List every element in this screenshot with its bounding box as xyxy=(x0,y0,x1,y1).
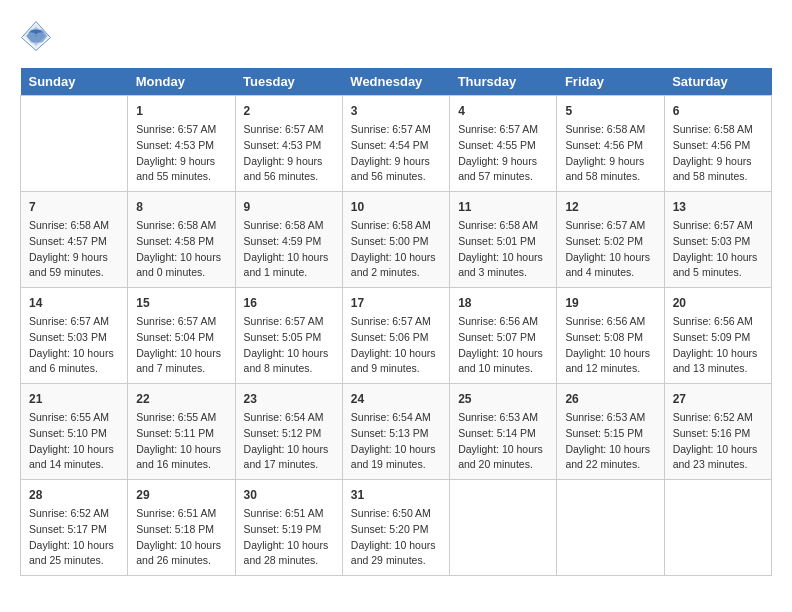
day-info: Sunrise: 6:55 AMSunset: 5:11 PMDaylight:… xyxy=(136,410,226,473)
calendar-cell: 16Sunrise: 6:57 AMSunset: 5:05 PMDayligh… xyxy=(235,288,342,384)
calendar-cell: 25Sunrise: 6:53 AMSunset: 5:14 PMDayligh… xyxy=(450,384,557,480)
calendar-cell: 22Sunrise: 6:55 AMSunset: 5:11 PMDayligh… xyxy=(128,384,235,480)
calendar-cell: 23Sunrise: 6:54 AMSunset: 5:12 PMDayligh… xyxy=(235,384,342,480)
column-header-monday: Monday xyxy=(128,68,235,96)
day-number: 3 xyxy=(351,102,441,120)
day-number: 10 xyxy=(351,198,441,216)
column-header-tuesday: Tuesday xyxy=(235,68,342,96)
day-number: 29 xyxy=(136,486,226,504)
day-number: 12 xyxy=(565,198,655,216)
calendar-cell: 20Sunrise: 6:56 AMSunset: 5:09 PMDayligh… xyxy=(664,288,771,384)
day-number: 8 xyxy=(136,198,226,216)
page-header xyxy=(20,20,772,52)
calendar-cell: 8Sunrise: 6:58 AMSunset: 4:58 PMDaylight… xyxy=(128,192,235,288)
day-number: 15 xyxy=(136,294,226,312)
day-number: 21 xyxy=(29,390,119,408)
column-header-friday: Friday xyxy=(557,68,664,96)
column-header-thursday: Thursday xyxy=(450,68,557,96)
day-number: 7 xyxy=(29,198,119,216)
day-info: Sunrise: 6:58 AMSunset: 4:56 PMDaylight:… xyxy=(673,122,763,185)
day-number: 16 xyxy=(244,294,334,312)
day-info: Sunrise: 6:53 AMSunset: 5:15 PMDaylight:… xyxy=(565,410,655,473)
calendar-cell: 4Sunrise: 6:57 AMSunset: 4:55 PMDaylight… xyxy=(450,96,557,192)
calendar-cell: 26Sunrise: 6:53 AMSunset: 5:15 PMDayligh… xyxy=(557,384,664,480)
day-info: Sunrise: 6:52 AMSunset: 5:16 PMDaylight:… xyxy=(673,410,763,473)
calendar-cell: 21Sunrise: 6:55 AMSunset: 5:10 PMDayligh… xyxy=(21,384,128,480)
day-info: Sunrise: 6:50 AMSunset: 5:20 PMDaylight:… xyxy=(351,506,441,569)
day-info: Sunrise: 6:57 AMSunset: 5:03 PMDaylight:… xyxy=(673,218,763,281)
calendar-cell: 12Sunrise: 6:57 AMSunset: 5:02 PMDayligh… xyxy=(557,192,664,288)
day-info: Sunrise: 6:56 AMSunset: 5:07 PMDaylight:… xyxy=(458,314,548,377)
day-number: 23 xyxy=(244,390,334,408)
calendar-table: SundayMondayTuesdayWednesdayThursdayFrid… xyxy=(20,68,772,576)
calendar-cell: 11Sunrise: 6:58 AMSunset: 5:01 PMDayligh… xyxy=(450,192,557,288)
day-info: Sunrise: 6:57 AMSunset: 5:02 PMDaylight:… xyxy=(565,218,655,281)
day-number: 11 xyxy=(458,198,548,216)
day-number: 22 xyxy=(136,390,226,408)
day-number: 4 xyxy=(458,102,548,120)
column-header-sunday: Sunday xyxy=(21,68,128,96)
day-info: Sunrise: 6:58 AMSunset: 4:58 PMDaylight:… xyxy=(136,218,226,281)
calendar-cell: 30Sunrise: 6:51 AMSunset: 5:19 PMDayligh… xyxy=(235,480,342,576)
calendar-header: SundayMondayTuesdayWednesdayThursdayFrid… xyxy=(21,68,772,96)
week-row-3: 14Sunrise: 6:57 AMSunset: 5:03 PMDayligh… xyxy=(21,288,772,384)
day-info: Sunrise: 6:57 AMSunset: 5:05 PMDaylight:… xyxy=(244,314,334,377)
day-info: Sunrise: 6:56 AMSunset: 5:09 PMDaylight:… xyxy=(673,314,763,377)
day-info: Sunrise: 6:51 AMSunset: 5:18 PMDaylight:… xyxy=(136,506,226,569)
day-number: 18 xyxy=(458,294,548,312)
day-info: Sunrise: 6:56 AMSunset: 5:08 PMDaylight:… xyxy=(565,314,655,377)
day-number: 13 xyxy=(673,198,763,216)
day-number: 27 xyxy=(673,390,763,408)
day-info: Sunrise: 6:54 AMSunset: 5:12 PMDaylight:… xyxy=(244,410,334,473)
calendar-cell: 10Sunrise: 6:58 AMSunset: 5:00 PMDayligh… xyxy=(342,192,449,288)
week-row-2: 7Sunrise: 6:58 AMSunset: 4:57 PMDaylight… xyxy=(21,192,772,288)
day-number: 14 xyxy=(29,294,119,312)
header-row: SundayMondayTuesdayWednesdayThursdayFrid… xyxy=(21,68,772,96)
day-info: Sunrise: 6:58 AMSunset: 4:57 PMDaylight:… xyxy=(29,218,119,281)
calendar-cell: 24Sunrise: 6:54 AMSunset: 5:13 PMDayligh… xyxy=(342,384,449,480)
day-number: 31 xyxy=(351,486,441,504)
calendar-cell xyxy=(557,480,664,576)
day-number: 26 xyxy=(565,390,655,408)
calendar-cell: 2Sunrise: 6:57 AMSunset: 4:53 PMDaylight… xyxy=(235,96,342,192)
day-info: Sunrise: 6:51 AMSunset: 5:19 PMDaylight:… xyxy=(244,506,334,569)
day-number: 2 xyxy=(244,102,334,120)
day-number: 9 xyxy=(244,198,334,216)
day-number: 5 xyxy=(565,102,655,120)
day-number: 24 xyxy=(351,390,441,408)
calendar-cell: 14Sunrise: 6:57 AMSunset: 5:03 PMDayligh… xyxy=(21,288,128,384)
calendar-cell xyxy=(450,480,557,576)
day-number: 6 xyxy=(673,102,763,120)
day-number: 25 xyxy=(458,390,548,408)
day-info: Sunrise: 6:54 AMSunset: 5:13 PMDaylight:… xyxy=(351,410,441,473)
day-info: Sunrise: 6:55 AMSunset: 5:10 PMDaylight:… xyxy=(29,410,119,473)
calendar-cell: 9Sunrise: 6:58 AMSunset: 4:59 PMDaylight… xyxy=(235,192,342,288)
week-row-5: 28Sunrise: 6:52 AMSunset: 5:17 PMDayligh… xyxy=(21,480,772,576)
calendar-cell: 31Sunrise: 6:50 AMSunset: 5:20 PMDayligh… xyxy=(342,480,449,576)
calendar-cell: 5Sunrise: 6:58 AMSunset: 4:56 PMDaylight… xyxy=(557,96,664,192)
day-info: Sunrise: 6:58 AMSunset: 5:00 PMDaylight:… xyxy=(351,218,441,281)
calendar-cell: 6Sunrise: 6:58 AMSunset: 4:56 PMDaylight… xyxy=(664,96,771,192)
calendar-cell: 13Sunrise: 6:57 AMSunset: 5:03 PMDayligh… xyxy=(664,192,771,288)
calendar-cell: 29Sunrise: 6:51 AMSunset: 5:18 PMDayligh… xyxy=(128,480,235,576)
day-info: Sunrise: 6:57 AMSunset: 4:54 PMDaylight:… xyxy=(351,122,441,185)
day-info: Sunrise: 6:57 AMSunset: 5:06 PMDaylight:… xyxy=(351,314,441,377)
day-number: 30 xyxy=(244,486,334,504)
calendar-cell: 17Sunrise: 6:57 AMSunset: 5:06 PMDayligh… xyxy=(342,288,449,384)
calendar-cell: 28Sunrise: 6:52 AMSunset: 5:17 PMDayligh… xyxy=(21,480,128,576)
day-info: Sunrise: 6:52 AMSunset: 5:17 PMDaylight:… xyxy=(29,506,119,569)
day-number: 17 xyxy=(351,294,441,312)
day-number: 19 xyxy=(565,294,655,312)
day-number: 20 xyxy=(673,294,763,312)
day-info: Sunrise: 6:58 AMSunset: 4:56 PMDaylight:… xyxy=(565,122,655,185)
calendar-cell xyxy=(664,480,771,576)
day-info: Sunrise: 6:58 AMSunset: 4:59 PMDaylight:… xyxy=(244,218,334,281)
calendar-body: 1Sunrise: 6:57 AMSunset: 4:53 PMDaylight… xyxy=(21,96,772,576)
day-number: 1 xyxy=(136,102,226,120)
day-info: Sunrise: 6:57 AMSunset: 4:53 PMDaylight:… xyxy=(244,122,334,185)
day-info: Sunrise: 6:57 AMSunset: 5:04 PMDaylight:… xyxy=(136,314,226,377)
calendar-cell: 3Sunrise: 6:57 AMSunset: 4:54 PMDaylight… xyxy=(342,96,449,192)
logo xyxy=(20,20,56,52)
day-info: Sunrise: 6:58 AMSunset: 5:01 PMDaylight:… xyxy=(458,218,548,281)
calendar-cell: 15Sunrise: 6:57 AMSunset: 5:04 PMDayligh… xyxy=(128,288,235,384)
